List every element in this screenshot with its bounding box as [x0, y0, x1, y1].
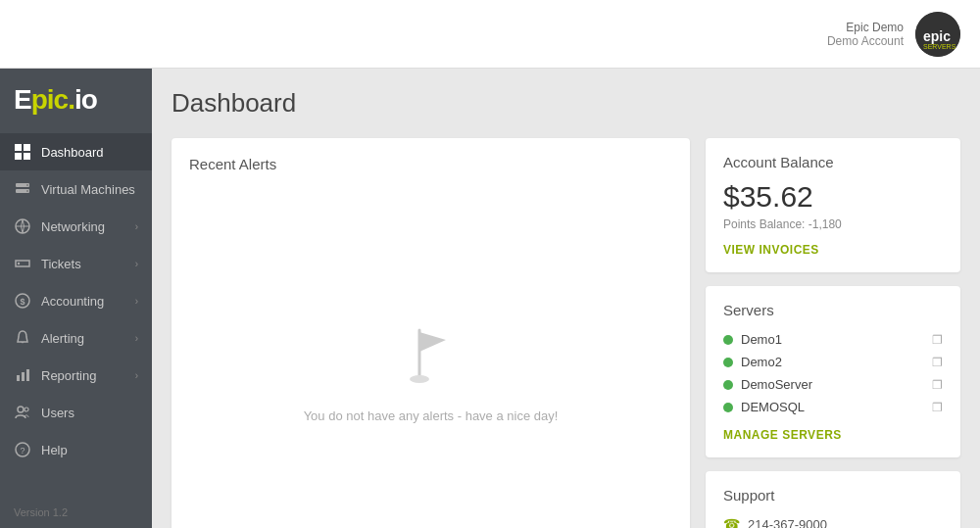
support-title: Support: [723, 487, 943, 504]
sidebar-item-reporting[interactable]: Reporting ›: [0, 357, 152, 394]
sidebar-item-help[interactable]: ? Help: [0, 431, 152, 468]
account-balance-card: Account Balance $35.62 Points Balance: -…: [706, 138, 960, 272]
svg-rect-18: [26, 369, 29, 381]
alerts-empty-state: You do not have any alerts - have a nice…: [189, 188, 672, 528]
content-row: Recent Alerts You do not have any alerts…: [172, 138, 960, 528]
server-status-dot: [723, 358, 733, 367]
phone-icon: ☎: [723, 516, 740, 528]
server-name: DemoServer: [741, 377, 924, 392]
edit-icon[interactable]: ❐: [932, 378, 943, 392]
chart-icon: [14, 366, 31, 384]
sidebar-item-label: Networking: [41, 219, 125, 234]
sidebar-item-users[interactable]: Users: [0, 394, 152, 431]
alerts-card-title: Recent Alerts: [189, 156, 672, 172]
servers-title: Servers: [723, 302, 943, 318]
sidebar-item-label: Help: [41, 443, 138, 457]
svg-rect-5: [15, 153, 22, 160]
topbar-text: Epic Demo Demo Account: [827, 21, 904, 48]
avatar[interactable]: epic SERVERS: [915, 12, 960, 57]
svg-point-19: [18, 407, 24, 412]
server-name: Demo1: [741, 332, 924, 347]
support-phone[interactable]: 214-367-9000: [748, 517, 827, 529]
svg-rect-6: [24, 153, 30, 160]
grid-icon: [14, 143, 31, 161]
table-row: DEMOSQL ❐: [723, 396, 943, 418]
chevron-right-icon: ›: [135, 333, 138, 344]
svg-point-10: [26, 190, 28, 192]
sidebar-logo: Epic.io: [0, 69, 152, 129]
table-row: Demo2 ❐: [723, 351, 943, 373]
chevron-right-icon: ›: [135, 370, 138, 381]
balance-amount: $35.62: [723, 180, 943, 214]
server-status-dot: [723, 403, 733, 412]
ticket-icon: [14, 255, 31, 272]
topbar: Epic Demo Demo Account epic SERVERS: [0, 0, 980, 69]
sidebar-item-label: Users: [41, 406, 138, 420]
sidebar-item-label: Reporting: [41, 368, 125, 383]
bell-icon: [14, 329, 31, 347]
sidebar-nav: Dashboard Virtual Machines Networking ›: [0, 129, 152, 497]
table-row: Demo1 ❐: [723, 328, 943, 351]
sidebar-item-accounting[interactable]: $ Accounting ›: [0, 282, 152, 319]
sidebar-item-label: Accounting: [41, 294, 125, 309]
svg-point-24: [410, 375, 429, 383]
main-content: Dashboard Recent Alerts: [152, 69, 980, 528]
edit-icon[interactable]: ❐: [932, 333, 943, 347]
server-status-dot: [723, 335, 733, 345]
edit-icon[interactable]: ❐: [932, 356, 943, 369]
dollar-icon: $: [14, 292, 31, 310]
svg-text:epic: epic: [923, 28, 951, 44]
manage-servers-link[interactable]: MANAGE SERVERS: [723, 428, 943, 442]
svg-text:SERVERS: SERVERS: [923, 43, 956, 50]
table-row: DemoServer ❐: [723, 373, 943, 396]
sidebar-item-label: Dashboard: [41, 145, 138, 160]
account-balance-title: Account Balance: [723, 154, 943, 170]
sidebar-item-dashboard[interactable]: Dashboard: [0, 133, 152, 170]
svg-rect-4: [24, 144, 30, 151]
chevron-right-icon: ›: [135, 259, 138, 269]
topbar-user: Epic Demo Demo Account epic SERVERS: [827, 12, 960, 57]
svg-rect-3: [15, 144, 22, 151]
right-column: Account Balance $35.62 Points Balance: -…: [706, 138, 960, 528]
topbar-account: Demo Account: [827, 34, 904, 48]
server-name: DEMOSQL: [741, 400, 924, 414]
topbar-username: Epic Demo: [827, 21, 904, 34]
server-icon: [14, 180, 31, 198]
svg-text:$: $: [21, 297, 25, 307]
svg-rect-17: [22, 372, 24, 381]
server-name: Demo2: [741, 355, 924, 369]
servers-card: Servers Demo1 ❐ Demo2 ❐: [706, 286, 960, 457]
balance-points: Points Balance: -1,180: [723, 217, 943, 231]
sidebar-item-label: Virtual Machines: [41, 182, 138, 197]
svg-rect-16: [17, 375, 20, 381]
sidebar-version: Version 1.2: [0, 497, 152, 528]
svg-point-9: [26, 184, 28, 186]
users-icon: [14, 404, 31, 421]
help-icon: ?: [14, 441, 31, 458]
server-status-dot: [723, 380, 733, 390]
sidebar-item-networking[interactable]: Networking ›: [0, 208, 152, 245]
view-invoices-link[interactable]: VIEW INVOICES: [723, 243, 943, 257]
alerts-card: Recent Alerts You do not have any alerts…: [172, 138, 690, 528]
support-card: Support ☎ 214-367-9000 ✉ support@epicser…: [706, 471, 960, 528]
layout: Epic.io Dashboard Virtual Machines: [0, 69, 980, 528]
svg-point-13: [18, 263, 20, 264]
flag-icon: [402, 320, 461, 395]
globe-icon: [14, 217, 31, 235]
sidebar: Epic.io Dashboard Virtual Machines: [0, 69, 152, 528]
chevron-right-icon: ›: [135, 296, 138, 307]
sidebar-item-label: Tickets: [41, 257, 125, 271]
sidebar-item-tickets[interactable]: Tickets ›: [0, 245, 152, 282]
chevron-right-icon: ›: [135, 221, 138, 232]
support-phone-row: ☎ 214-367-9000: [723, 513, 943, 528]
sidebar-item-alerting[interactable]: Alerting ›: [0, 319, 152, 357]
svg-text:?: ?: [21, 446, 25, 456]
sidebar-item-label: Alerting: [41, 331, 125, 346]
page-title: Dashboard: [172, 88, 960, 119]
sidebar-item-virtual-machines[interactable]: Virtual Machines: [0, 170, 152, 208]
svg-point-20: [24, 408, 28, 411]
logo-text: Epic.io: [14, 84, 97, 116]
alerts-empty-message: You do not have any alerts - have a nice…: [304, 408, 559, 423]
edit-icon[interactable]: ❐: [932, 401, 943, 414]
servers-list: Demo1 ❐ Demo2 ❐ DemoServer ❐: [723, 328, 943, 418]
